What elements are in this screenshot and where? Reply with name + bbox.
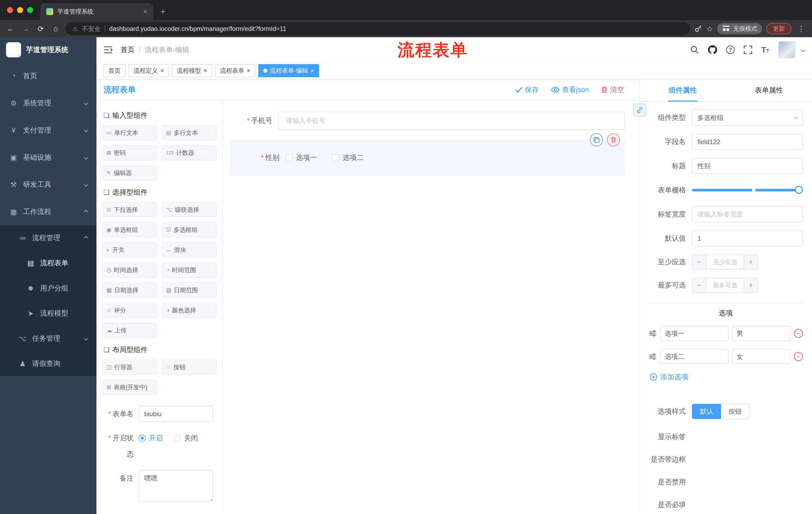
sidebar-item-process-form[interactable]: ▤ 流程表单 — [0, 250, 96, 276]
tab-form-props[interactable]: 表单属性 — [726, 79, 812, 101]
breadcrumb-home[interactable]: 首页 — [121, 45, 135, 55]
user-avatar[interactable] — [778, 41, 795, 58]
palette-item-textarea[interactable]: ▤多行文本 — [162, 125, 216, 140]
component-type-select[interactable]: 多选框组 — [692, 110, 803, 126]
status-off-radio[interactable]: 关闭 — [174, 433, 198, 443]
palette-item-cascader[interactable]: ⌥级联选择 — [162, 202, 216, 217]
decrease-button[interactable] — [692, 255, 706, 269]
minimize-window-button[interactable] — [17, 7, 23, 13]
palette-item-single-line-text[interactable]: ▭单行文本 — [103, 125, 157, 140]
increase-button[interactable] — [744, 278, 758, 292]
label-width-input[interactable] — [692, 206, 803, 222]
field-name-input[interactable] — [692, 134, 803, 150]
palette-item-password[interactable]: ⊠密码 — [103, 145, 157, 160]
palette-item-button[interactable]: ☞按钮 — [162, 360, 216, 375]
min-select-input[interactable] — [706, 255, 744, 269]
tab-component-props[interactable]: 组件属性 — [640, 79, 726, 101]
drag-handle-icon[interactable] — [649, 353, 657, 360]
palette-item-radio-group[interactable]: ◉单选框组 — [103, 222, 157, 237]
sidebar-item-leave-query[interactable]: ♟ 请假查询 — [0, 351, 96, 376]
gender-option1-checkbox[interactable]: 选项一 — [285, 153, 317, 162]
palette-item-color-picker[interactable]: ◑颜色选择 — [162, 303, 216, 318]
palette-item-table[interactable]: ⊞表格[开发中] — [103, 380, 157, 395]
new-tab-button[interactable] — [160, 6, 166, 17]
browser-menu-icon[interactable] — [795, 24, 807, 33]
github-icon[interactable] — [708, 45, 717, 54]
slider-handle[interactable] — [795, 186, 803, 194]
phone-field-input[interactable] — [279, 112, 625, 130]
tag-close-icon[interactable] — [311, 67, 314, 74]
option-value-input[interactable] — [732, 326, 790, 341]
increase-button[interactable] — [744, 255, 758, 269]
decrease-button[interactable] — [692, 278, 706, 292]
font-size-icon[interactable] — [761, 45, 769, 55]
sidebar-item-infra[interactable]: ▣ 基础设施 — [0, 144, 96, 171]
palette-item-row-container[interactable]: ◫行容器 — [103, 360, 157, 375]
sidebar-item-payment[interactable]: ¥ 支付管理 — [0, 117, 96, 144]
sidebar-item-devtools[interactable]: ⚒ 研发工具 — [0, 171, 96, 198]
key-icon[interactable] — [694, 25, 702, 33]
help-icon[interactable] — [726, 46, 735, 54]
sidebar-item-process-mgmt[interactable]: ≔ 流程管理 — [0, 225, 96, 250]
search-icon[interactable] — [690, 46, 699, 54]
sidebar-item-home[interactable]: ◔ 首页 — [0, 62, 96, 89]
home-button[interactable] — [50, 23, 61, 34]
zoom-window-button[interactable] — [27, 7, 33, 13]
form-name-input[interactable] — [139, 406, 213, 422]
remove-option-button[interactable] — [794, 352, 803, 361]
field-phone[interactable]: 手机号 — [230, 112, 625, 130]
drag-handle-icon[interactable] — [649, 330, 657, 337]
style-button-button[interactable]: 按钮 — [721, 404, 750, 419]
tag-close-icon[interactable] — [247, 67, 250, 74]
sidebar-item-user-group[interactable]: ☻ 用户分组 — [0, 276, 96, 301]
palette-item-date-range[interactable]: ▧日期范围 — [162, 283, 216, 298]
status-on-radio[interactable]: 开启 — [139, 433, 163, 443]
sidebar-item-workflow[interactable]: ▦ 工作流程 — [0, 198, 96, 225]
palette-item-editor[interactable]: ✎编辑器 — [103, 165, 157, 181]
title-input[interactable] — [692, 158, 803, 174]
palette-item-date-picker[interactable]: ▦日期选择 — [103, 283, 157, 298]
bookmark-star-icon[interactable] — [706, 24, 713, 33]
copy-widget-button[interactable] — [590, 133, 603, 146]
sidebar-item-system[interactable]: ⚙ 系统管理 — [0, 89, 96, 117]
palette-item-checkbox-group[interactable]: ☑多选框组 — [162, 222, 216, 237]
back-button[interactable] — [5, 23, 16, 34]
reload-button[interactable] — [35, 23, 46, 34]
palette-item-rate[interactable]: ☆评分 — [103, 303, 157, 318]
link-icon[interactable] — [633, 104, 646, 117]
gender-option2-checkbox[interactable]: 选项二 — [332, 153, 364, 162]
form-grid-slider[interactable] — [692, 182, 803, 198]
palette-item-time-picker[interactable]: ◷时间选择 — [103, 263, 157, 278]
add-option-button[interactable]: 添加选项 — [649, 372, 803, 382]
sidebar-item-task-mgmt[interactable]: ⌥ 任务管理 — [0, 326, 96, 351]
tag-close-icon[interactable] — [203, 67, 207, 74]
delete-widget-button[interactable] — [607, 133, 620, 146]
max-select-input[interactable] — [706, 278, 744, 292]
collapse-sidebar-icon[interactable] — [104, 46, 113, 54]
form-remark-textarea[interactable]: 嘿嘿 — [139, 470, 213, 502]
address-bar[interactable]: 不安全 dashboard.yudao.iocoder.cn/bpm/manag… — [65, 22, 690, 35]
field-gender-selected[interactable]: 性别 选项一 选项二 — [230, 140, 625, 175]
remove-option-button[interactable] — [794, 329, 803, 338]
option-label-input[interactable] — [660, 349, 729, 364]
palette-item-select[interactable]: ⊙下拉选择 — [103, 202, 157, 217]
option-value-input[interactable] — [732, 349, 790, 364]
tab-close-icon[interactable] — [143, 7, 147, 16]
default-value-input[interactable] — [692, 231, 803, 246]
palette-item-time-range[interactable]: ◔时间范围 — [162, 263, 216, 278]
tag-process-model[interactable]: 流程模型 — [172, 64, 212, 77]
tag-process-definition[interactable]: 流程定义 — [128, 64, 169, 77]
forward-button[interactable] — [20, 23, 31, 34]
sidebar-item-process-model[interactable]: ➤ 流程模型 — [0, 301, 96, 326]
view-json-button[interactable]: 查看json — [551, 85, 589, 94]
close-window-button[interactable] — [7, 7, 13, 13]
tag-process-form[interactable]: 流程表单 — [215, 64, 255, 77]
palette-item-upload[interactable]: ☁上传 — [103, 323, 157, 338]
tag-process-form-edit[interactable]: 流程表单-编辑 — [258, 64, 319, 77]
palette-item-counter[interactable]: 123计数器 — [162, 145, 216, 160]
palette-item-switch[interactable]: ◐开关 — [103, 242, 157, 258]
clear-button[interactable]: 清空 — [601, 85, 624, 94]
fullscreen-icon[interactable] — [744, 46, 752, 54]
save-button[interactable]: 保存 — [515, 85, 539, 94]
tag-close-icon[interactable] — [160, 67, 164, 74]
